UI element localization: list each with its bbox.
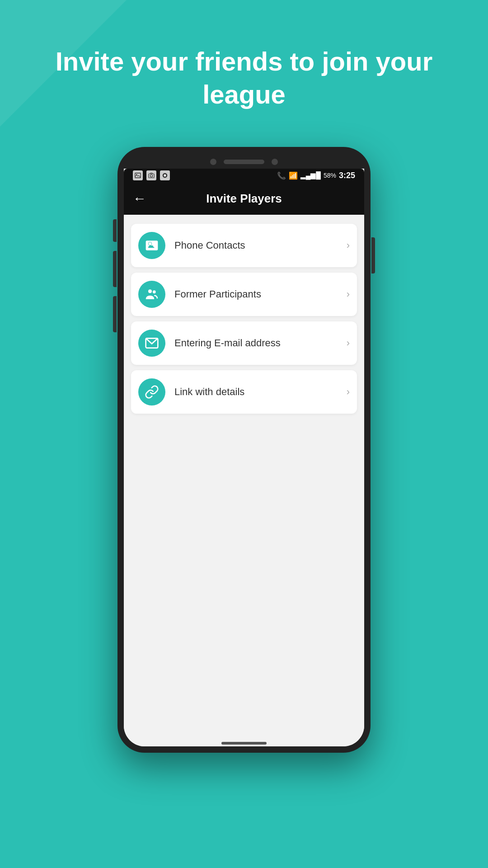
camera-status-icon [146,170,156,180]
link-icon-circle [138,378,165,406]
image-status-icon [133,170,143,180]
volume-up-button [113,219,117,242]
svg-point-5 [164,174,166,176]
contacts-icon [145,238,159,253]
svg-rect-8 [153,244,156,245]
svg-rect-0 [135,173,141,178]
silent-button [113,296,117,332]
status-time: 3:25 [339,171,355,180]
app-bar-title: Invite Players [154,192,334,206]
volume-down-button [113,251,117,287]
phone-contacts-icon-circle [138,232,165,259]
sensor-dot [272,159,278,165]
group-icon [145,287,159,302]
home-indicator [221,742,267,745]
phone-contacts-chevron: › [347,240,350,251]
svg-point-11 [153,290,156,293]
svg-rect-7 [153,242,156,243]
link-with-details-item[interactable]: Link with details › [131,370,357,414]
svg-point-3 [150,175,152,177]
phone-contacts-item[interactable]: Phone Contacts › [131,224,357,267]
battery-label: 58% [324,172,336,179]
email-address-item[interactable]: Entering E-mail address › [131,321,357,365]
speaker [224,160,264,164]
svg-rect-9 [153,246,155,247]
record-status-icon [160,170,170,180]
former-participants-item[interactable]: Former Participants › [131,273,357,316]
email-icon [145,336,159,350]
app-bar: ← Invite Players [124,182,364,215]
phone-notch [124,153,364,169]
link-chevron: › [347,386,350,398]
status-icons-left [133,170,170,180]
front-camera-dot [210,159,216,165]
status-icons-right: 📞 📶 ▂▄▆█ 58% 3:25 [277,171,355,180]
svg-point-6 [149,242,152,245]
phone-contacts-label: Phone Contacts [174,240,338,251]
former-participants-label: Former Participants [174,288,338,300]
email-address-label: Entering E-mail address [174,337,338,349]
signal-icon: ▂▄▆█ [300,171,321,179]
link-icon [145,385,159,399]
back-button[interactable]: ← [133,191,146,206]
status-bar: 📞 📶 ▂▄▆█ 58% 3:25 [124,169,364,182]
former-participants-icon-circle [138,281,165,308]
email-chevron: › [347,337,350,349]
svg-point-10 [148,289,152,293]
power-button [371,237,375,274]
email-icon-circle [138,330,165,357]
phone-status-icon: 📞 [277,171,286,180]
wifi-icon: 📶 [289,171,298,180]
phone-frame: 📞 📶 ▂▄▆█ 58% 3:25 ← Invite Players [117,147,371,753]
former-participants-chevron: › [347,288,350,300]
link-with-details-label: Link with details [174,386,338,398]
screen: 📞 📶 ▂▄▆█ 58% 3:25 ← Invite Players [124,169,364,746]
page-header: Invite your friends to join your league [0,45,488,111]
invite-options-list: Phone Contacts › Former Participants › [124,215,364,746]
